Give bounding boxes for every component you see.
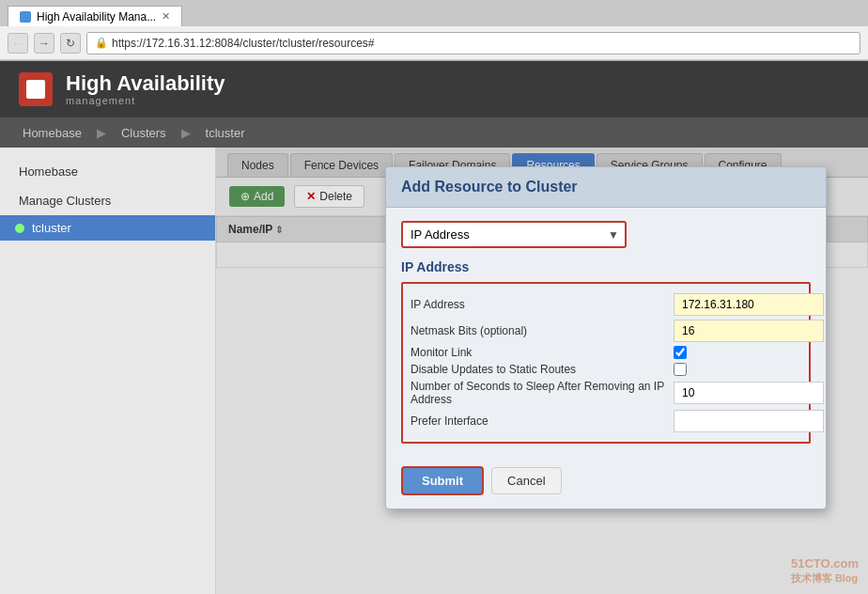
- prefer-interface-row: Prefer Interface: [411, 410, 801, 432]
- app-logo: [19, 72, 53, 106]
- cluster-status-dot: [15, 224, 24, 233]
- sleep-seconds-row: Number of Seconds to Sleep After Removin…: [411, 380, 801, 406]
- monitor-link-checkbox[interactable]: [674, 346, 687, 359]
- prefer-interface-label: Prefer Interface: [411, 414, 674, 428]
- refresh-button[interactable]: ↻: [60, 33, 81, 54]
- ip-address-row: IP Address: [411, 293, 801, 316]
- app-header: High Availability management: [0, 61, 868, 117]
- sleep-seconds-label: Number of Seconds to Sleep After Removin…: [411, 380, 674, 406]
- main-layout: Homebase Manage Clusters tcluster Nodes …: [0, 148, 868, 594]
- logo-inner: [26, 80, 45, 99]
- ip-address-label: IP Address: [411, 298, 674, 311]
- monitor-link-row: Monitor Link: [411, 346, 801, 359]
- browser-chrome: High Availability Mana... ✕ ← → ↻ 🔒 http…: [0, 0, 868, 61]
- tab-title: High Availability Mana...: [37, 10, 156, 23]
- forward-button[interactable]: →: [34, 33, 54, 54]
- modal-body: IP Address Filesystem NFS Mount Script N…: [386, 208, 826, 457]
- address-text: https://172.16.31.12:8084/cluster/tclust…: [112, 37, 375, 50]
- ip-section-title: IP Address: [401, 259, 811, 274]
- app-title-area: High Availability management: [66, 72, 225, 106]
- sidebar: Homebase Manage Clusters tcluster: [0, 148, 216, 594]
- disable-updates-row: Disable Updates to Static Routes: [411, 363, 801, 376]
- nav-sep1: ▶: [95, 126, 108, 140]
- app-title: High Availability: [66, 72, 225, 95]
- modal-header: Add Resource to Cluster: [386, 167, 826, 208]
- app-nav: Homebase ▶ Clusters ▶ tcluster: [0, 117, 868, 148]
- content-area: Nodes Fence Devices Failover Domains Res…: [216, 148, 868, 594]
- tab-favicon: [20, 11, 31, 23]
- sleep-seconds-input[interactable]: [674, 382, 824, 404]
- netmask-label: Netmask Bits (optional): [411, 324, 674, 337]
- disable-updates-checkbox[interactable]: [674, 363, 687, 376]
- sidebar-homebase[interactable]: Homebase: [0, 157, 215, 186]
- cluster-label: tcluster: [32, 221, 71, 235]
- nav-sep2: ▶: [179, 126, 193, 140]
- ip-address-input[interactable]: [674, 293, 824, 316]
- submit-button[interactable]: Submit: [401, 466, 484, 495]
- browser-tab-bar: High Availability Mana... ✕: [0, 0, 868, 26]
- tab-close-icon[interactable]: ✕: [162, 10, 170, 23]
- cancel-button[interactable]: Cancel: [491, 467, 561, 494]
- netmask-input[interactable]: [674, 320, 824, 342]
- app-subtitle: management: [66, 95, 225, 106]
- monitor-link-label: Monitor Link: [411, 346, 674, 359]
- resource-type-wrapper: IP Address Filesystem NFS Mount Script N…: [401, 221, 627, 248]
- prefer-interface-input[interactable]: [674, 410, 824, 432]
- highlighted-fields: IP Address Netmask Bits (optional) Monit…: [401, 282, 811, 444]
- browser-toolbar: ← → ↻ 🔒 https://172.16.31.12:8084/cluste…: [0, 26, 868, 60]
- add-resource-modal: Add Resource to Cluster IP Address Files…: [385, 166, 827, 509]
- netmask-row: Netmask Bits (optional): [411, 320, 801, 342]
- disable-updates-label: Disable Updates to Static Routes: [411, 363, 674, 376]
- nav-current[interactable]: tcluster: [193, 120, 258, 146]
- sidebar-manage-clusters[interactable]: Manage Clusters: [0, 186, 215, 215]
- secure-icon: 🔒: [95, 37, 108, 49]
- watermark: 51CTO.com技术博客 Blog: [791, 556, 859, 586]
- modal-footer: Submit Cancel: [386, 457, 826, 508]
- sidebar-cluster-tcluster[interactable]: tcluster: [0, 215, 215, 241]
- browser-tab[interactable]: High Availability Mana... ✕: [8, 6, 182, 26]
- nav-clusters[interactable]: Clusters: [108, 120, 179, 146]
- address-bar[interactable]: 🔒 https://172.16.31.12:8084/cluster/tclu…: [86, 32, 860, 55]
- modal-title: Add Resource to Cluster: [401, 179, 811, 195]
- nav-homebase[interactable]: Homebase: [9, 120, 95, 146]
- back-button[interactable]: ←: [8, 33, 28, 54]
- resource-type-select[interactable]: IP Address Filesystem NFS Mount Script N…: [401, 221, 627, 248]
